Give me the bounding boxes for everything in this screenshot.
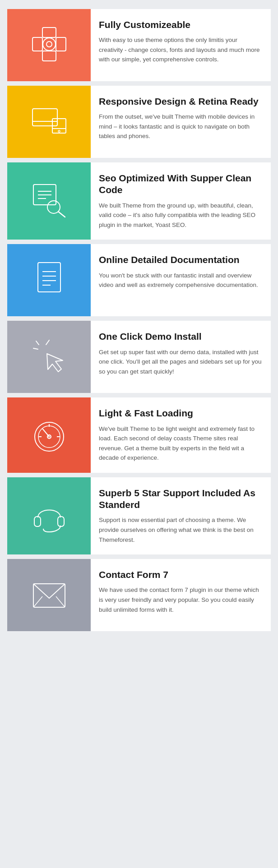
feature-item-support: Superb 5 Star Support Included As Stande… [7, 477, 271, 554]
feature-title-customizeable: Fully Customizeable [99, 19, 263, 31]
gear-icon [29, 24, 70, 66]
svg-line-36 [33, 596, 42, 607]
feature-desc-contact: We have used the contact form 7 plugin i… [99, 585, 263, 614]
feature-item-fast: Light & Fast LoadingWe've built Theme to… [7, 397, 271, 473]
svg-rect-35 [33, 584, 65, 607]
svg-rect-34 [58, 517, 64, 526]
feature-desc-seo: We built Theme from the ground up, with … [99, 201, 263, 230]
svg-rect-18 [38, 263, 60, 292]
speedometer-icon [29, 414, 70, 457]
feature-list: Fully CustomizeableWith easy to use them… [0, 0, 278, 640]
feature-icon-box-fast [7, 397, 91, 473]
feature-title-responsive: Responsive Design & Retina Ready [99, 96, 263, 107]
feature-title-support: Superb 5 Star Support Included As Stande… [99, 487, 263, 511]
feature-content-demo: One Click Demo InstallGet set up super f… [91, 321, 271, 393]
feature-title-contact: Contact Form 7 [99, 569, 263, 581]
svg-rect-33 [34, 517, 41, 526]
devices-icon [29, 101, 70, 143]
feature-title-documentation: Online Detailed Documentation [99, 254, 263, 266]
feature-icon-box-demo [7, 321, 91, 393]
feature-item-documentation: Online Detailed DocumentationYou won't b… [7, 244, 271, 316]
svg-line-17 [58, 212, 65, 217]
feature-desc-customizeable: With easy to use theme options the only … [99, 35, 263, 65]
feature-icon-box-support [7, 477, 91, 554]
click-icon [29, 336, 70, 378]
svg-rect-3 [56, 37, 66, 51]
feature-icon-box-responsive [7, 86, 91, 158]
svg-line-24 [33, 348, 38, 349]
svg-rect-0 [42, 28, 56, 37]
feature-content-contact: Contact Form 7We have used the contact f… [91, 559, 271, 631]
feature-content-responsive: Responsive Design & Retina ReadyFrom the… [91, 86, 271, 158]
feature-icon-box-contact [7, 559, 91, 631]
feature-content-fast: Light & Fast LoadingWe've built Theme to… [91, 397, 271, 473]
feature-title-demo: One Click Demo Install [99, 331, 263, 342]
svg-rect-6 [32, 109, 57, 126]
feature-item-customizeable: Fully CustomizeableWith easy to use them… [7, 9, 271, 81]
feature-title-fast: Light & Fast Loading [99, 407, 263, 419]
feature-desc-demo: Get set up super fast with our demo data… [99, 347, 263, 377]
feature-content-seo: Seo Optimized With Supper Clean CodeWe b… [91, 162, 271, 240]
headset-icon [29, 495, 70, 537]
svg-point-5 [46, 42, 52, 47]
feature-item-seo: Seo Optimized With Supper Clean CodeWe b… [7, 162, 271, 240]
svg-line-25 [36, 341, 39, 345]
svg-rect-1 [42, 51, 56, 61]
search-code-icon [29, 180, 70, 222]
svg-rect-2 [32, 37, 42, 51]
feature-icon-box-documentation [7, 244, 91, 316]
feature-desc-fast: We've built Theme to be light weight and… [99, 424, 263, 463]
svg-line-23 [46, 340, 49, 345]
feature-icon-box-seo [7, 162, 91, 240]
svg-point-4 [43, 38, 56, 51]
document-icon [29, 259, 70, 301]
feature-item-contact: Contact Form 7We have used the contact f… [7, 559, 271, 631]
svg-line-37 [56, 596, 65, 607]
feature-title-seo: Seo Optimized With Supper Clean Code [99, 172, 263, 196]
svg-line-29 [42, 429, 49, 437]
feature-content-documentation: Online Detailed DocumentationYou won't b… [91, 244, 271, 316]
feature-content-support: Superb 5 Star Support Included As Stande… [91, 477, 271, 554]
feature-desc-support: Support is now essential part of choosin… [99, 515, 263, 545]
mail-icon [29, 574, 70, 616]
feature-desc-responsive: From the outset, we've built Theme with … [99, 112, 263, 141]
feature-icon-box-customizeable [7, 9, 91, 81]
feature-desc-documentation: You won't be stuck with our fantastic in… [99, 271, 263, 290]
feature-content-customizeable: Fully CustomizeableWith easy to use them… [91, 9, 271, 81]
feature-item-responsive: Responsive Design & Retina ReadyFrom the… [7, 86, 271, 158]
feature-item-demo: One Click Demo InstallGet set up super f… [7, 321, 271, 393]
svg-point-11 [58, 130, 60, 132]
